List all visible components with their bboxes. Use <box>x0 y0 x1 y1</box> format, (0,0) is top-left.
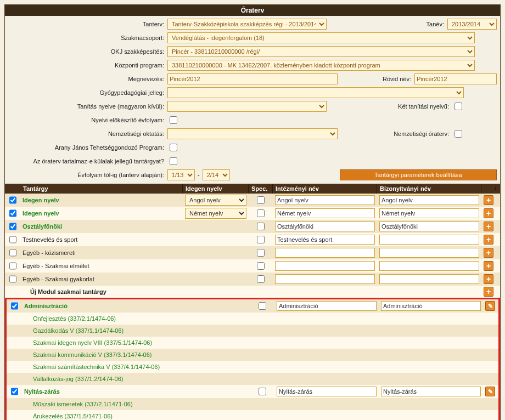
select-evfolyam-ig[interactable]: 2/14 <box>203 169 230 180</box>
label-tanev: Tanév: <box>427 21 447 27</box>
row-checkbox[interactable] <box>11 388 18 395</box>
col-intezmenyi: Intézményi név <box>273 184 377 194</box>
certificate-name-input[interactable] <box>379 208 479 218</box>
subject-name[interactable]: Adminisztráció <box>24 303 68 309</box>
subject-name[interactable]: Idegen nyelv <box>23 197 59 203</box>
chk-arany[interactable] <box>170 144 177 151</box>
select-okj[interactable]: Pincér - 338110210000000 /régi/ <box>167 46 475 57</box>
table-row: Egyéb - Szakmai gyakorlat+ <box>5 273 500 286</box>
subject-name[interactable]: Nyitás-zárás <box>24 388 60 395</box>
row-checkbox[interactable] <box>9 236 16 243</box>
institution-name-input[interactable] <box>275 274 375 284</box>
certificate-name-input[interactable] <box>379 195 479 205</box>
chk-kulalak[interactable] <box>170 157 177 165</box>
select-nemzetisegi[interactable] <box>167 128 338 139</box>
label-evfolyam: Évfolyam tól-ig (tanterv alapján): <box>8 172 167 178</box>
table-row: Idegen nyelvNémet nyelv+ <box>5 207 500 220</box>
input-rovidnev[interactable] <box>414 73 497 84</box>
select-szakmacsoport[interactable]: Vendéglátás - idegenforgalom (18) <box>167 32 475 43</box>
chk-ket-nyelvu[interactable] <box>454 103 462 110</box>
subject-name[interactable]: Idegen nyelv <box>23 210 59 217</box>
add-button[interactable]: + <box>484 235 493 245</box>
certificate-name-input[interactable] <box>379 248 479 258</box>
subject-name[interactable]: Új Modul szakmai tantárgy <box>23 288 106 295</box>
institution-name-input[interactable] <box>277 387 377 396</box>
subject-name[interactable]: Gazdálkodás V (337/1.1/1474-06) <box>24 327 124 334</box>
subject-name[interactable]: Testnevelés és sport <box>23 236 77 243</box>
subject-name[interactable]: Egyéb - Szakmai elmélet <box>23 263 89 269</box>
institution-name-input[interactable] <box>277 301 377 311</box>
select-tanitas-nyelve[interactable] <box>167 101 327 112</box>
col-tantergy: Tantárgy <box>20 184 183 194</box>
select-gyogyped[interactable] <box>167 87 464 98</box>
input-megnevezes[interactable] <box>167 73 338 84</box>
subject-name[interactable]: Szakmai idegen nyelv VIII (337/5.1/1474-… <box>24 339 152 346</box>
select-evfolyam-tol[interactable]: 1/13 <box>167 169 195 180</box>
add-button[interactable]: + <box>484 208 493 218</box>
spec-checkbox[interactable] <box>259 302 266 310</box>
row-checkbox[interactable] <box>11 302 18 310</box>
language-select[interactable]: Angol nyelv <box>185 195 246 206</box>
subject-name[interactable]: Vállalkozás-jog (337/1.2/1474-06) <box>24 376 124 382</box>
subject-name[interactable]: Szakmai kommunikáció V (337/3.1/1474-06) <box>24 351 152 358</box>
certificate-name-input[interactable] <box>379 235 479 245</box>
edit-button[interactable]: ✎ <box>485 301 495 311</box>
spec-checkbox[interactable] <box>257 209 265 217</box>
table-row: Egyéb - Szakmai elmélet+ <box>5 259 500 273</box>
add-button[interactable]: + <box>484 287 493 297</box>
chk-nyelvi-elokeszito[interactable] <box>170 116 177 124</box>
add-button[interactable]: + <box>484 274 493 284</box>
institution-name-input[interactable] <box>275 248 375 258</box>
certificate-name-input[interactable] <box>379 261 479 271</box>
subject-name[interactable]: Egyéb - Szakmai gyakorlat <box>23 276 94 282</box>
institution-name-input[interactable] <box>275 235 375 245</box>
subject-name[interactable]: Önfejlesztés (337/2.1/1474-06) <box>24 315 116 322</box>
spec-checkbox[interactable] <box>259 388 266 395</box>
edit-button[interactable]: ✎ <box>485 387 495 396</box>
subject-name[interactable]: Osztályfőnöki <box>23 223 62 230</box>
add-button[interactable]: + <box>484 222 493 231</box>
row-checkbox[interactable] <box>9 262 16 270</box>
certificate-name-input[interactable] <box>381 301 481 311</box>
add-button[interactable]: + <box>484 261 493 271</box>
spec-checkbox[interactable] <box>257 196 265 204</box>
row-checkbox[interactable] <box>9 209 16 217</box>
select-kozponti[interactable]: 338110210000000 - MK 13462/2007. közlemé… <box>167 60 475 71</box>
spec-checkbox[interactable] <box>257 262 265 270</box>
language-select[interactable]: Német nyelv <box>185 208 246 219</box>
certificate-name-input[interactable] <box>379 274 479 284</box>
spec-checkbox[interactable] <box>257 236 265 243</box>
subject-name[interactable]: Műszaki ismeretek (337/2.1/1471-06) <box>24 401 133 407</box>
row-checkbox[interactable] <box>9 223 16 230</box>
row-checkbox[interactable] <box>9 249 16 257</box>
institution-name-input[interactable] <box>275 195 375 205</box>
grid-header: Tantárgy Idegen nyelv Spec. Intézményi n… <box>5 184 500 194</box>
spec-checkbox[interactable] <box>257 223 265 230</box>
certificate-name-input[interactable] <box>381 387 481 396</box>
institution-name-input[interactable] <box>275 261 375 271</box>
subject-name[interactable]: Egyéb - közismereti <box>23 249 76 256</box>
spec-checkbox[interactable] <box>257 249 265 257</box>
label-tanterv: Tanterv: <box>8 21 167 27</box>
institution-name-input[interactable] <box>275 208 375 218</box>
oraterv-panel: Óraterv Tanterv: Tanterv-Szakközépiskola… <box>4 4 501 420</box>
table-row: Szakmai idegen nyelv VIII (337/5.1/1474-… <box>7 337 498 349</box>
certificate-name-input[interactable] <box>379 222 479 231</box>
add-button[interactable]: + <box>484 248 493 258</box>
table-row: Szakmai kommunikáció V (337/3.1/1474-06) <box>7 349 498 361</box>
add-button[interactable]: + <box>484 195 493 205</box>
spec-checkbox[interactable] <box>257 275 265 283</box>
select-tanev[interactable]: 2013/2014 <box>447 19 497 30</box>
row-checkbox[interactable] <box>9 275 16 283</box>
institution-name-input[interactable] <box>275 222 375 231</box>
chk-nemzetisegi-oraterv[interactable] <box>454 130 462 138</box>
range-sep: - <box>198 172 200 178</box>
row-checkbox[interactable] <box>9 196 16 204</box>
table-row: Árukezelés (337/1.5/1471-06) <box>7 410 498 420</box>
subject-name[interactable]: Szakmai számítástechnika V (337/4.1/1474… <box>24 364 160 370</box>
subject-name[interactable]: Árukezelés (337/1.5/1471-06) <box>24 413 113 419</box>
select-tanterv[interactable]: Tanterv-Szakközépiskola szakképzés régi … <box>167 19 327 30</box>
btn-targy-parameterek[interactable]: Tantárgyi paraméterek beállítása <box>340 169 497 180</box>
grid: Tantárgy Idegen nyelv Spec. Intézményi n… <box>5 184 500 420</box>
table-row: Szakmai számítástechnika V (337/4.1/1474… <box>7 361 498 373</box>
